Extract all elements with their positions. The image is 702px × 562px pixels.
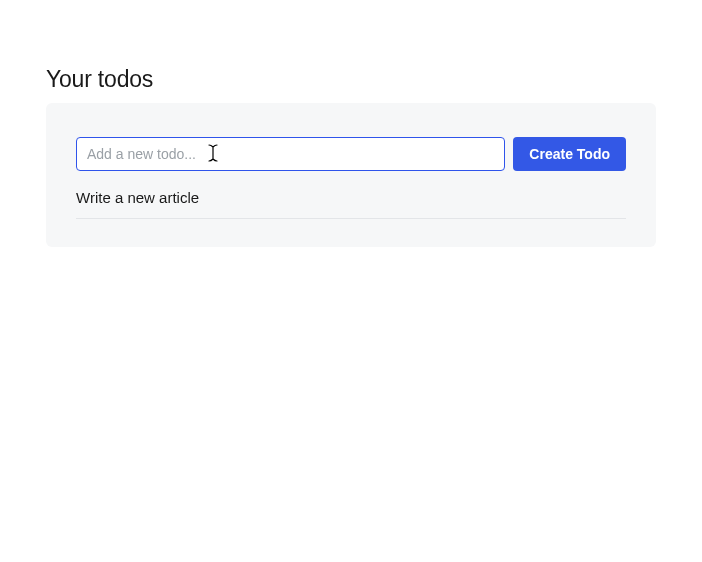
new-todo-input[interactable] bbox=[76, 137, 505, 171]
add-todo-form: Create Todo bbox=[60, 137, 642, 171]
todo-list: Write a new article bbox=[60, 189, 642, 219]
page-title: Your todos bbox=[46, 66, 656, 93]
create-todo-button[interactable]: Create Todo bbox=[513, 137, 626, 171]
todo-item[interactable]: Write a new article bbox=[76, 189, 626, 219]
todos-panel: Create Todo Write a new article bbox=[46, 103, 656, 247]
